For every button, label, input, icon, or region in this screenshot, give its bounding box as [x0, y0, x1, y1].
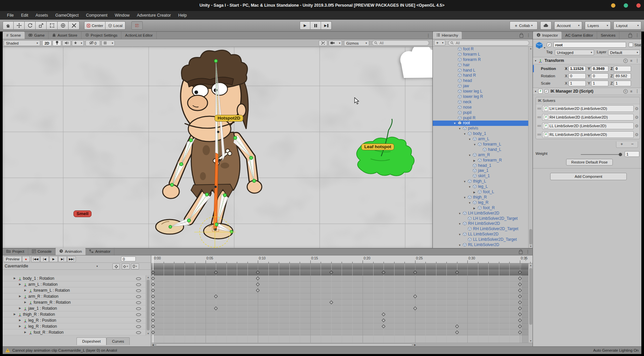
scale-y-field[interactable] [591, 81, 608, 86]
scene-search-field[interactable] [372, 40, 429, 46]
gameobject-active-checkbox[interactable]: ✓ [547, 43, 551, 47]
expand-arrow-icon[interactable]: ▶ [24, 329, 26, 335]
layers-dropdown[interactable]: Layers▾ [585, 21, 611, 30]
gizmos-dropdown[interactable]: Gizmos▾ [344, 40, 369, 46]
expand-arrow-icon[interactable]: ▶ [14, 311, 16, 317]
menu-assets[interactable]: Assets [32, 11, 52, 20]
window-dot-0[interactable] [611, 3, 615, 8]
dopesheet-row-leg-r-position[interactable] [151, 317, 533, 323]
object-picker-icon[interactable]: ⊙ [635, 106, 638, 111]
weight-value-field[interactable] [625, 151, 639, 157]
timeline-ruler[interactable]: 0:000:050:100:150:200:250:300:35 [151, 255, 533, 263]
dopesheet-row-forearm-r-rotation[interactable] [151, 299, 533, 305]
filter-by-selection-button[interactable] [112, 263, 120, 269]
transform-tool-button[interactable] [58, 21, 69, 30]
hotspot2d-label[interactable]: Hotspot2D [215, 115, 243, 122]
ik-manager-component-header[interactable]: ▾ # ✓ IK Manager 2D (Script) ?≡⋮ [533, 88, 641, 95]
draw-mode-dropdown[interactable]: Shaded▾ [4, 40, 40, 46]
expand-arrow-icon[interactable]: ▼ [468, 184, 471, 190]
tab-services[interactable]: Services [597, 32, 619, 39]
tag-dropdown[interactable]: Untagged▾ [555, 50, 594, 55]
hierarchy-item-rh-limbsolver2d[interactable]: ▼RH LimbSolver2D [433, 221, 533, 226]
properties-scrollbar[interactable]: ▲ ▼ [146, 275, 150, 335]
dopesheet-row-body-1-rotation[interactable] [151, 275, 533, 281]
step-button[interactable]: ▶ [321, 21, 332, 30]
expand-arrow-icon[interactable]: ▶ [19, 293, 21, 299]
hierarchy-item-hand-r[interactable]: hand R [433, 73, 533, 78]
first-frame-button[interactable]: |◀◀ [31, 256, 40, 262]
smell-label[interactable]: Smell [74, 210, 91, 217]
effects-dropdown[interactable]: ▾ [72, 40, 84, 46]
expand-arrow-icon[interactable]: ▼ [463, 179, 466, 184]
pause-button[interactable] [310, 21, 321, 30]
tab-game[interactable]: Game [25, 32, 49, 39]
tab-console[interactable]: Console [28, 248, 56, 255]
clip-dropdown[interactable]: CavemanIdle▾ [5, 264, 98, 268]
solver-object-field[interactable]: #LL LimbSolver2D (LimbSolver2D) [542, 123, 634, 129]
tab-actionlist-editor[interactable]: ActionList Editor [121, 32, 157, 39]
dopesheet-vscrollbar[interactable]: ▲ ▼ [528, 263, 533, 343]
hierarchy-item-head-1[interactable]: head_1 [433, 163, 533, 169]
hierarchy-search-field[interactable] [448, 40, 529, 46]
rotation-toggle-button[interactable]: Local [105, 21, 125, 30]
help-icon[interactable]: ? [623, 89, 628, 94]
hierarchy-item-pelvis[interactable]: ▼pelvis [433, 126, 533, 131]
presets-icon[interactable]: ≡ [630, 59, 632, 63]
transform-component-header[interactable]: ▾ Transform ?≡⋮ [533, 57, 641, 64]
dopesheet-row-thigh-r-rotation[interactable] [151, 311, 533, 317]
collab-button[interactable]: ∗ Collab▾ [510, 21, 538, 30]
dopesheet-row-arm-r-rotation[interactable] [151, 293, 533, 299]
hierarchy-item-hand-l[interactable]: hand_L [433, 147, 533, 153]
next-key-button[interactable]: ▶| [58, 256, 67, 262]
component-tools-button[interactable] [319, 40, 327, 46]
tab-inspector[interactable]: iInspector [533, 32, 562, 39]
grid-snap-button[interactable] [131, 21, 143, 30]
rotation-z-field[interactable] [614, 73, 631, 79]
anim-property-arm-l-rotation[interactable]: ▶arm_L : Rotation [3, 281, 146, 287]
expand-arrow-icon[interactable]: ▼ [468, 153, 471, 158]
dopesheet-row-arm-l-rotation[interactable] [151, 281, 533, 287]
expand-arrow-icon[interactable]: ▼ [468, 137, 471, 142]
menu-file[interactable]: File [3, 11, 17, 20]
anim-property-thigh-r-rotation[interactable]: ▶thigh_R : Rotation [3, 311, 146, 317]
object-picker-icon[interactable]: ⊙ [635, 132, 638, 137]
tab-animation[interactable]: Animation [56, 248, 85, 255]
solver-object-field[interactable]: #LH LimbSolver2D (LimbSolver2D) [542, 105, 634, 112]
object-picker-icon[interactable]: ⊙ [635, 124, 638, 128]
grid-visibility-dropdown[interactable]: ▾ [101, 40, 115, 46]
expand-arrow-icon[interactable]: ▶ [19, 317, 21, 323]
menu-component[interactable]: Component [82, 11, 111, 20]
expand-arrow-icon[interactable]: ▶ [473, 206, 475, 211]
tab-asset-store[interactable]: Asset Store [49, 32, 81, 39]
rotate-tool-button[interactable] [25, 21, 36, 30]
add-solver-button[interactable]: + [616, 142, 627, 148]
menu-edit[interactable]: Edit [17, 11, 32, 20]
expand-arrow-icon[interactable]: ▼ [458, 232, 461, 237]
hierarchy-item-body-1[interactable]: ▼body_1 [433, 131, 533, 137]
pivot-toggle-button[interactable]: Center [84, 21, 105, 30]
anim-property-foot-r-rotation[interactable]: ▶foot_R : Rotation [3, 329, 146, 335]
rect-tool-button[interactable] [47, 21, 58, 30]
hierarchy-item-lower-leg-l[interactable]: lower leg L [433, 89, 533, 94]
tab-curves[interactable]: Curves [106, 337, 130, 345]
hierarchy-item-arm-l[interactable]: ▼arm_L [433, 137, 533, 142]
lighting-toggle[interactable] [53, 40, 61, 46]
scale-x-field[interactable] [568, 81, 586, 86]
tab-dopesheet[interactable]: Dopesheet [77, 337, 106, 345]
scene-viewport[interactable]: Hotspot2D Leaf hotspot Smell [3, 47, 432, 248]
record-button[interactable]: ● [22, 256, 30, 262]
lock-icon[interactable] [520, 34, 523, 38]
anim-property-forearm-r-rotation[interactable]: ▶forearm_R : Rotation [3, 299, 146, 305]
cloud-button[interactable] [540, 21, 552, 30]
hierarchy-item-forearm-l[interactable]: forearm L [433, 52, 533, 57]
position-z-field[interactable] [614, 66, 631, 72]
tab-project-settings[interactable]: Project Settings [81, 32, 122, 39]
component-menu-icon[interactable]: ⋮ [635, 89, 639, 94]
create-object-button[interactable]: +▾ [434, 40, 445, 46]
dopesheet-row-jaw-1-rotation[interactable] [151, 305, 533, 311]
hierarchy-item-forearm-l[interactable]: ▼forearm_L [433, 142, 533, 147]
hierarchy-item-hair[interactable]: hair [433, 63, 533, 68]
gameobject-name-field[interactable] [554, 42, 626, 48]
solver-object-field[interactable]: #RL LimbSolver2D (LimbSolver2D) [542, 131, 634, 138]
hierarchy-item-forearm-r[interactable]: forearm R [433, 57, 533, 63]
